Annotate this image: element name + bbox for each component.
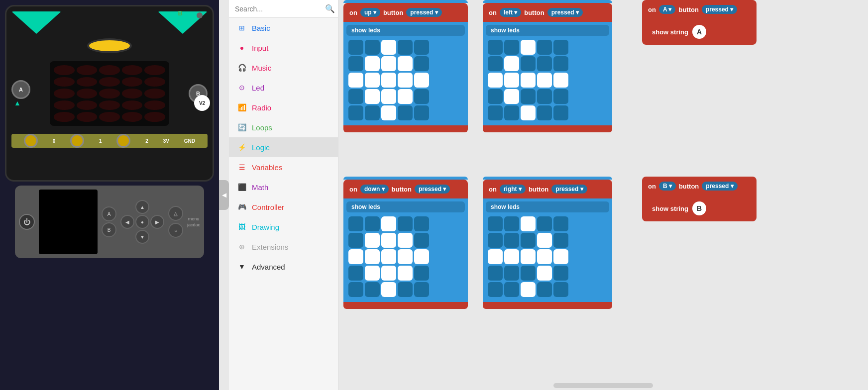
pin-2-label: 2	[145, 138, 148, 144]
search-icon: 🔍	[325, 4, 335, 13]
btn-b-ctrl[interactable]: B	[102, 222, 116, 237]
dpad-center[interactable]: ●	[135, 215, 149, 229]
btn-circle[interactable]: ○	[168, 223, 183, 238]
extra-buttons: △ ○	[168, 206, 183, 238]
jacdac-label: jacdac	[187, 222, 200, 227]
led-matrix-down[interactable]	[346, 214, 465, 299]
led-icon: ⊙	[237, 83, 247, 93]
a-dropdown[interactable]: A ▾	[659, 5, 676, 14]
show-leds-label-left: show leds	[486, 25, 609, 36]
basic-icon: ⊞	[237, 23, 247, 33]
search-bar: 🔍	[229, 0, 338, 18]
pin-gnd-label: GND	[184, 138, 195, 144]
basic-label: Basic	[252, 24, 270, 32]
logic-label: Logic	[252, 143, 270, 152]
sidebar-item-radio[interactable]: 📶 Radio	[229, 98, 338, 117]
block-canvas: on up ▾ button pressed ▾ show leds	[338, 0, 868, 390]
pressed-a-dropdown[interactable]: pressed ▾	[702, 5, 737, 14]
up-dropdown[interactable]: up ▾	[360, 8, 380, 17]
button-label-b: button	[679, 183, 699, 190]
b-dropdown[interactable]: B ▾	[659, 182, 676, 191]
on-label-right: on	[489, 186, 497, 193]
microbit-usb-connector	[87, 38, 132, 53]
left-block-body: show leds	[483, 22, 612, 125]
sidebar-item-music[interactable]: 🎧 Music	[229, 58, 338, 78]
button-label-down: button	[392, 186, 412, 193]
dpad-down[interactable]: ▼	[135, 230, 149, 244]
up-block-body: show leds	[343, 22, 468, 125]
on-label-a: on	[648, 6, 656, 13]
collapse-area: ◀	[219, 0, 229, 390]
input-icon: ●	[237, 43, 247, 53]
controller-icon: 🎮	[237, 202, 247, 212]
block-group-right: on right ▾ button pressed ▾ show leds	[483, 177, 612, 309]
variables-icon: ☰	[237, 162, 247, 172]
power-button[interactable]: ⏻	[19, 214, 35, 230]
math-icon: ⬛	[237, 182, 247, 192]
sidebar-item-variables[interactable]: ☰ Variables	[229, 157, 338, 177]
collapse-button[interactable]: ◀	[219, 180, 229, 210]
button-label-left: button	[524, 9, 544, 16]
led-matrix-left[interactable]	[486, 38, 609, 122]
search-input[interactable]	[235, 5, 322, 13]
left-dropdown[interactable]: left ▾	[500, 8, 521, 17]
dpad-left[interactable]: ◀	[120, 215, 134, 229]
variables-label: Variables	[252, 163, 282, 172]
on-left-header[interactable]: on left ▾ button pressed ▾	[483, 3, 612, 22]
pressed-left-dropdown[interactable]: pressed ▾	[547, 8, 583, 17]
sidebar-item-math[interactable]: ⬛ Math	[229, 177, 338, 197]
sidebar-item-led[interactable]: ⊙ Led	[229, 78, 338, 98]
button-label-a: button	[678, 6, 698, 13]
a-block-body: show string A	[642, 19, 757, 45]
pressed-down-dropdown[interactable]: pressed ▾	[415, 185, 450, 194]
string-value-b[interactable]: B	[692, 201, 706, 215]
led-display	[50, 61, 169, 126]
on-b-header[interactable]: on B ▾ button pressed ▾	[642, 177, 757, 195]
canvas-area[interactable]: on up ▾ button pressed ▾ show leds	[338, 0, 868, 390]
btn-triangle[interactable]: △	[168, 206, 183, 221]
sidebar-item-advanced[interactable]: ▼ Advanced	[229, 257, 338, 277]
radio-icon: 📶	[237, 102, 247, 112]
on-right-header[interactable]: on right ▾ button pressed ▾	[483, 180, 612, 198]
down-dropdown[interactable]: down ▾	[360, 185, 389, 194]
controller-label: Controller	[252, 203, 284, 211]
show-leds-label-up: show leds	[346, 25, 465, 36]
btn-a-ctrl[interactable]: A	[102, 206, 116, 221]
button-label: button	[383, 9, 403, 16]
show-string-b[interactable]: show string B	[646, 198, 753, 218]
pressed-b-dropdown[interactable]: pressed ▾	[702, 182, 737, 191]
on-label-b: on	[648, 183, 656, 190]
loops-label: Loops	[252, 123, 272, 132]
block-group-down: on down ▾ button pressed ▾ show leds	[343, 177, 468, 309]
sidebar-item-basic[interactable]: ⊞ Basic	[229, 18, 338, 38]
down-block-body: show leds	[343, 198, 468, 302]
button-a[interactable]: A	[11, 80, 30, 99]
horizontal-scrollbar[interactable]	[553, 383, 653, 388]
pin-0-label: 0	[53, 138, 56, 144]
led-matrix-up[interactable]	[346, 38, 465, 122]
right-dropdown[interactable]: right ▾	[500, 185, 526, 194]
block-group-left: on left ▾ button pressed ▾ show leds	[483, 0, 612, 132]
dpad-right[interactable]: ▶	[150, 215, 164, 229]
category-list: ⊞ Basic ● Input 🎧 Music ⊙ Led 📶 Radio 🔄 …	[229, 18, 338, 390]
pin-3v-label: 3V	[163, 138, 169, 144]
show-string-a[interactable]: show string A	[646, 22, 753, 42]
sidebar-item-extensions[interactable]: ⊕ Extensions	[229, 237, 338, 257]
sidebar-item-logic[interactable]: ⚡ Logic	[229, 137, 338, 157]
on-up-header[interactable]: on up ▾ button pressed ▾	[343, 3, 468, 22]
sidebar-item-loops[interactable]: 🔄 Loops	[229, 117, 338, 137]
on-down-header[interactable]: on down ▾ button pressed ▾	[343, 180, 468, 198]
sidebar-item-input[interactable]: ● Input	[229, 38, 338, 58]
dpad-up[interactable]: ▲	[135, 200, 149, 214]
pressed-right-dropdown[interactable]: pressed ▾	[551, 185, 587, 194]
string-value-a[interactable]: A	[692, 25, 706, 39]
category-panel: 🔍 ⊞ Basic ● Input 🎧 Music ⊙ Led 📶 Radio …	[229, 0, 338, 390]
sidebar-item-drawing[interactable]: 🖼 Drawing	[229, 217, 338, 237]
on-a-header[interactable]: on A ▾ button pressed ▾	[642, 0, 757, 19]
controller-screen	[39, 190, 98, 254]
sidebar-item-controller[interactable]: 🎮 Controller	[229, 197, 338, 217]
pressed-dropdown[interactable]: pressed ▾	[406, 8, 441, 17]
show-string-label-b: show string	[652, 205, 688, 212]
menu-label: menu	[187, 216, 200, 221]
led-matrix-right[interactable]	[486, 214, 609, 299]
